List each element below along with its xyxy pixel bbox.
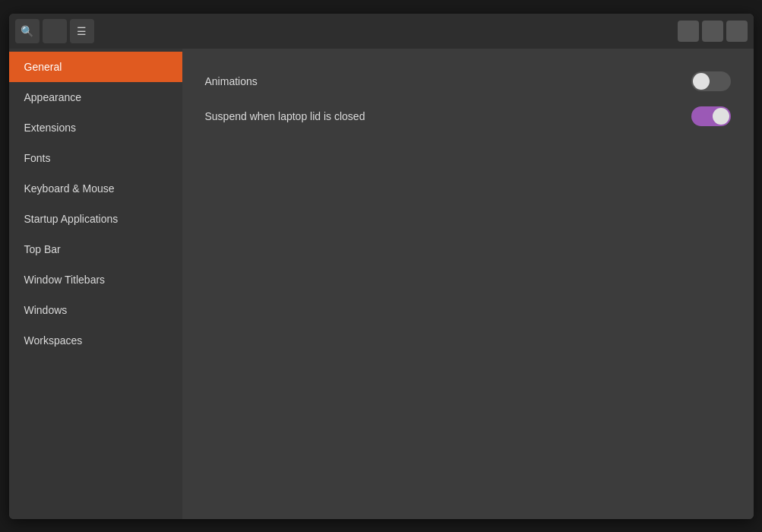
sidebar-item-keyboard-mouse[interactable]: Keyboard & Mouse — [9, 173, 182, 204]
sidebar-item-top-bar[interactable]: Top Bar — [9, 234, 182, 264]
sidebar-item-fonts[interactable]: Fonts — [9, 143, 182, 173]
setting-label-suspend-laptop-lid: Suspend when laptop lid is closed — [205, 110, 365, 122]
titlebar-right — [678, 21, 748, 42]
sidebar-item-extensions[interactable]: Extensions — [9, 112, 182, 143]
content-area: GeneralAppearanceExtensionsFontsKeyboard… — [9, 49, 754, 519]
tweaks-label-button[interactable] — [43, 19, 67, 43]
setting-row-suspend-laptop-lid: Suspend when laptop lid is closed — [205, 99, 731, 134]
setting-row-animations: Animations — [205, 64, 731, 99]
minimize-button[interactable] — [678, 21, 699, 42]
close-button[interactable] — [726, 21, 748, 42]
titlebar: 🔍 ☰ — [9, 14, 754, 49]
toggle-animations[interactable] — [691, 71, 731, 91]
toggle-knob-suspend-laptop-lid — [713, 108, 729, 125]
titlebar-left: 🔍 ☰ — [15, 19, 94, 43]
sidebar: GeneralAppearanceExtensionsFontsKeyboard… — [9, 49, 182, 519]
main-content: AnimationsSuspend when laptop lid is clo… — [182, 49, 754, 519]
toggle-knob-animations — [693, 73, 710, 90]
app-window: 🔍 ☰ GeneralAppearanceExtens — [9, 14, 754, 519]
menu-icon: ☰ — [77, 25, 87, 37]
sidebar-item-window-titlebars[interactable]: Window Titlebars — [9, 264, 182, 295]
sidebar-item-startup-applications[interactable]: Startup Applications — [9, 204, 182, 234]
toggle-suspend-laptop-lid[interactable] — [691, 106, 731, 126]
search-icon: 🔍 — [21, 25, 33, 37]
sidebar-item-general[interactable]: General — [9, 52, 182, 82]
setting-label-animations: Animations — [205, 75, 258, 87]
search-button[interactable]: 🔍 — [15, 19, 40, 43]
menu-button[interactable]: ☰ — [70, 19, 94, 43]
sidebar-item-windows[interactable]: Windows — [9, 295, 182, 325]
sidebar-item-workspaces[interactable]: Workspaces — [9, 325, 182, 356]
maximize-button[interactable] — [702, 21, 723, 42]
sidebar-item-appearance[interactable]: Appearance — [9, 82, 182, 112]
